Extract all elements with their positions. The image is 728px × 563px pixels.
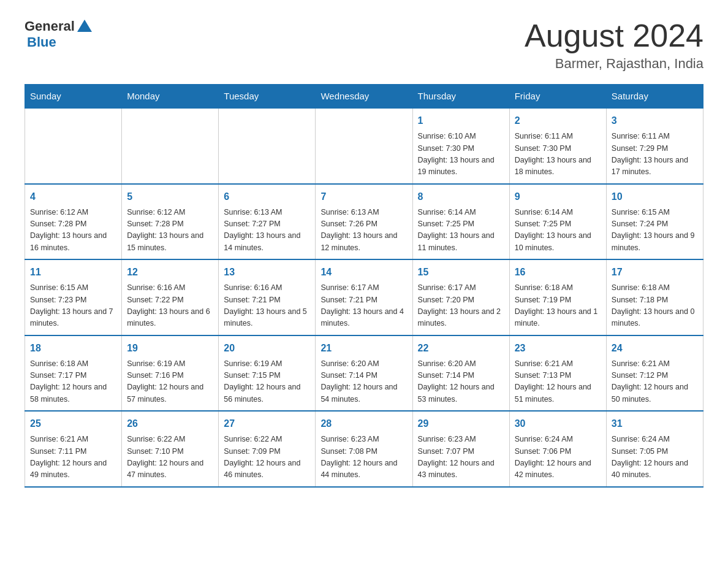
day-number: 11 xyxy=(30,265,116,280)
day-number: 19 xyxy=(127,341,213,356)
calendar-cell xyxy=(25,108,122,184)
calendar-cell: 17Sunrise: 6:18 AMSunset: 7:18 PMDayligh… xyxy=(606,259,703,335)
calendar-cell: 23Sunrise: 6:21 AMSunset: 7:13 PMDayligh… xyxy=(509,335,606,412)
day-info: Sunrise: 6:16 AMSunset: 7:22 PMDaylight:… xyxy=(127,282,213,330)
day-number: 6 xyxy=(224,190,310,204)
day-number: 31 xyxy=(612,416,698,431)
calendar-cell: 8Sunrise: 6:14 AMSunset: 7:25 PMDaylight… xyxy=(412,184,509,260)
day-number: 2 xyxy=(515,113,601,128)
calendar-cell: 19Sunrise: 6:19 AMSunset: 7:16 PMDayligh… xyxy=(122,335,219,412)
calendar-cell xyxy=(122,108,219,184)
day-info: Sunrise: 6:21 AMSunset: 7:12 PMDaylight:… xyxy=(612,358,698,406)
calendar-week-row: 4Sunrise: 6:12 AMSunset: 7:28 PMDaylight… xyxy=(25,184,703,260)
logo-triangle-icon xyxy=(77,20,92,32)
calendar-week-row: 11Sunrise: 6:15 AMSunset: 7:23 PMDayligh… xyxy=(25,259,703,335)
calendar-cell: 12Sunrise: 6:16 AMSunset: 7:22 PMDayligh… xyxy=(122,259,219,335)
logo-blue-text: Blue xyxy=(27,34,56,50)
day-info: Sunrise: 6:10 AMSunset: 7:30 PMDaylight:… xyxy=(418,131,504,178)
day-info: Sunrise: 6:12 AMSunset: 7:28 PMDaylight:… xyxy=(127,207,213,255)
day-info: Sunrise: 6:22 AMSunset: 7:09 PMDaylight:… xyxy=(224,434,310,481)
calendar-cell: 16Sunrise: 6:18 AMSunset: 7:19 PMDayligh… xyxy=(509,259,606,335)
calendar-cell: 25Sunrise: 6:21 AMSunset: 7:11 PMDayligh… xyxy=(25,411,122,487)
calendar-cell: 18Sunrise: 6:18 AMSunset: 7:17 PMDayligh… xyxy=(25,335,122,412)
day-number: 29 xyxy=(418,416,504,431)
calendar-week-row: 25Sunrise: 6:21 AMSunset: 7:11 PMDayligh… xyxy=(25,411,703,487)
day-number: 3 xyxy=(612,113,698,128)
calendar-cell: 5Sunrise: 6:12 AMSunset: 7:28 PMDaylight… xyxy=(122,184,219,260)
calendar-cell: 6Sunrise: 6:13 AMSunset: 7:27 PMDaylight… xyxy=(219,184,316,260)
day-info: Sunrise: 6:12 AMSunset: 7:28 PMDaylight:… xyxy=(30,207,116,255)
calendar-cell: 20Sunrise: 6:19 AMSunset: 7:15 PMDayligh… xyxy=(219,335,316,412)
day-info: Sunrise: 6:17 AMSunset: 7:21 PMDaylight:… xyxy=(320,282,407,330)
day-info: Sunrise: 6:24 AMSunset: 7:05 PMDaylight:… xyxy=(612,434,698,481)
calendar-cell: 21Sunrise: 6:20 AMSunset: 7:14 PMDayligh… xyxy=(316,335,412,412)
calendar-cell: 4Sunrise: 6:12 AMSunset: 7:28 PMDaylight… xyxy=(25,184,122,260)
header-wednesday: Wednesday xyxy=(316,85,412,109)
day-number: 9 xyxy=(515,190,601,204)
header-sunday: Sunday xyxy=(25,85,122,109)
header-monday: Monday xyxy=(122,85,219,109)
day-number: 25 xyxy=(30,416,116,431)
day-number: 23 xyxy=(515,341,601,356)
day-info: Sunrise: 6:20 AMSunset: 7:14 PMDaylight:… xyxy=(418,358,504,406)
calendar-cell: 14Sunrise: 6:17 AMSunset: 7:21 PMDayligh… xyxy=(316,259,412,335)
day-number: 4 xyxy=(30,190,116,204)
day-number: 18 xyxy=(30,341,116,356)
day-info: Sunrise: 6:19 AMSunset: 7:15 PMDaylight:… xyxy=(224,358,310,406)
day-info: Sunrise: 6:18 AMSunset: 7:18 PMDaylight:… xyxy=(612,282,698,330)
day-info: Sunrise: 6:23 AMSunset: 7:08 PMDaylight:… xyxy=(320,434,407,481)
day-info: Sunrise: 6:19 AMSunset: 7:16 PMDaylight:… xyxy=(127,358,213,406)
calendar-cell: 9Sunrise: 6:14 AMSunset: 7:25 PMDaylight… xyxy=(509,184,606,260)
page-header: General Blue August 2024 Barmer, Rajasth… xyxy=(25,18,703,72)
day-number: 14 xyxy=(320,265,407,280)
day-number: 12 xyxy=(127,265,213,280)
calendar-cell: 3Sunrise: 6:11 AMSunset: 7:29 PMDaylight… xyxy=(606,108,703,184)
calendar-cell: 27Sunrise: 6:22 AMSunset: 7:09 PMDayligh… xyxy=(219,411,316,487)
day-info: Sunrise: 6:22 AMSunset: 7:10 PMDaylight:… xyxy=(127,434,213,481)
day-number: 16 xyxy=(515,265,601,280)
day-number: 8 xyxy=(418,190,504,204)
day-number: 10 xyxy=(612,190,698,204)
day-number: 22 xyxy=(418,341,504,356)
logo-general-text: General xyxy=(25,18,75,34)
calendar-table: SundayMondayTuesdayWednesdayThursdayFrid… xyxy=(25,84,703,488)
day-info: Sunrise: 6:14 AMSunset: 7:25 PMDaylight:… xyxy=(418,207,504,255)
calendar-cell: 22Sunrise: 6:20 AMSunset: 7:14 PMDayligh… xyxy=(412,335,509,412)
day-number: 27 xyxy=(224,416,310,431)
day-info: Sunrise: 6:11 AMSunset: 7:30 PMDaylight:… xyxy=(515,131,601,178)
calendar-cell: 29Sunrise: 6:23 AMSunset: 7:07 PMDayligh… xyxy=(412,411,509,487)
calendar-cell: 13Sunrise: 6:16 AMSunset: 7:21 PMDayligh… xyxy=(219,259,316,335)
day-info: Sunrise: 6:20 AMSunset: 7:14 PMDaylight:… xyxy=(320,358,407,406)
day-info: Sunrise: 6:17 AMSunset: 7:20 PMDaylight:… xyxy=(418,282,504,330)
day-number: 21 xyxy=(320,341,407,356)
calendar-cell: 2Sunrise: 6:11 AMSunset: 7:30 PMDaylight… xyxy=(509,108,606,184)
day-number: 30 xyxy=(515,416,601,431)
day-info: Sunrise: 6:13 AMSunset: 7:27 PMDaylight:… xyxy=(224,207,310,255)
calendar-cell: 7Sunrise: 6:13 AMSunset: 7:26 PMDaylight… xyxy=(316,184,412,260)
day-number: 20 xyxy=(224,341,310,356)
day-info: Sunrise: 6:14 AMSunset: 7:25 PMDaylight:… xyxy=(515,207,601,255)
calendar-week-row: 1Sunrise: 6:10 AMSunset: 7:30 PMDaylight… xyxy=(25,108,703,184)
day-info: Sunrise: 6:18 AMSunset: 7:17 PMDaylight:… xyxy=(30,358,116,406)
day-info: Sunrise: 6:15 AMSunset: 7:23 PMDaylight:… xyxy=(30,282,116,330)
header-tuesday: Tuesday xyxy=(219,85,316,109)
day-info: Sunrise: 6:21 AMSunset: 7:11 PMDaylight:… xyxy=(30,434,116,481)
day-number: 1 xyxy=(418,113,504,128)
calendar-cell: 10Sunrise: 6:15 AMSunset: 7:24 PMDayligh… xyxy=(606,184,703,260)
calendar-cell xyxy=(219,108,316,184)
day-number: 5 xyxy=(127,190,213,204)
day-info: Sunrise: 6:16 AMSunset: 7:21 PMDaylight:… xyxy=(224,282,310,330)
day-info: Sunrise: 6:24 AMSunset: 7:06 PMDaylight:… xyxy=(515,434,601,481)
month-title: August 2024 xyxy=(525,18,703,53)
day-number: 28 xyxy=(320,416,407,431)
day-number: 26 xyxy=(127,416,213,431)
calendar-cell: 11Sunrise: 6:15 AMSunset: 7:23 PMDayligh… xyxy=(25,259,122,335)
day-info: Sunrise: 6:15 AMSunset: 7:24 PMDaylight:… xyxy=(612,207,698,255)
day-number: 13 xyxy=(224,265,310,280)
location-title: Barmer, Rajasthan, India xyxy=(525,56,703,72)
calendar-cell: 26Sunrise: 6:22 AMSunset: 7:10 PMDayligh… xyxy=(122,411,219,487)
header-saturday: Saturday xyxy=(606,85,703,109)
calendar-week-row: 18Sunrise: 6:18 AMSunset: 7:17 PMDayligh… xyxy=(25,335,703,412)
day-info: Sunrise: 6:18 AMSunset: 7:19 PMDaylight:… xyxy=(515,282,601,330)
title-area: August 2024 Barmer, Rajasthan, India xyxy=(525,18,703,72)
